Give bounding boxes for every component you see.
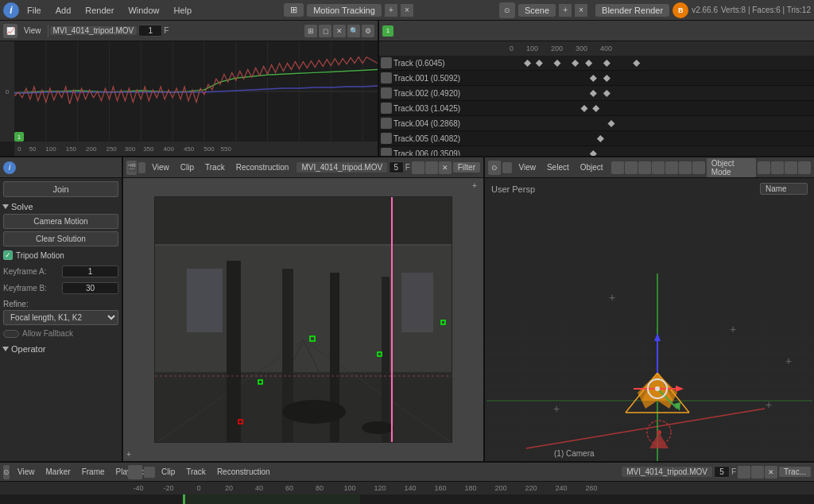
graph-type-icon[interactable]: 📈 [3,24,17,38]
btm-timeline-type-icon[interactable] [128,465,142,479]
operator-section-header[interactable]: Operator [3,342,118,356]
scene-type-icon[interactable]: ⊙ [499,2,515,18]
solve-section-header[interactable]: Solve [3,200,118,214]
viewport-icon-7[interactable] [692,161,705,174]
btm-file-btn[interactable]: MVI_4014_tripod.MOV [622,467,712,477]
clip-icon-2[interactable] [425,161,438,174]
vp-extra-2[interactable] [771,161,784,174]
render-engine-selector[interactable]: Blender Render [595,4,669,17]
viewport-name-field[interactable]: Name [760,183,808,195]
track-row-2[interactable]: Track.002 (0.4920) [379,86,814,101]
viewport-canvas[interactable]: User Persp [485,178,814,461]
object-mode-selector[interactable]: Object Mode [707,158,756,177]
scene-add-btn[interactable]: + [559,4,572,17]
render-engine-name: Blender Render [602,6,663,15]
track-row-5[interactable]: Track.005 (0.4082) [379,131,814,146]
btm-f-label: F [731,467,736,476]
menu-file[interactable]: File [21,4,48,17]
add-panel-btn[interactable]: + [385,4,397,17]
btm-icon-x[interactable]: ✕ [765,466,777,479]
btm-reconstruction-btn[interactable]: Reconstruction [212,467,275,477]
viewport-object-btn[interactable]: Object [576,162,608,173]
clip-frame-input[interactable]: 5 [389,161,404,173]
track-menu-btn[interactable]: Track [200,162,230,173]
btm-frame-num[interactable]: 5 [714,466,730,478]
window-type-selector[interactable]: ⊞ [284,3,304,17]
corner-resize-handle[interactable]: + [472,181,480,189]
clip-file-btn[interactable]: MVI_4014_tripod.MOV [297,162,387,173]
graph-icon-4[interactable]: 🔍 [347,25,360,37]
graph-icon-1[interactable]: ⊞ [304,25,317,37]
vp-extra-3[interactable] [785,161,797,174]
filter-btn[interactable]: Filter [453,162,480,173]
clip-type-icon[interactable]: 🎬 [126,161,137,175]
blender-info-icon[interactable]: i [3,2,19,18]
reconstruction-btn[interactable]: Reconstruction [231,162,294,173]
btm-track-btn[interactable]: Track [181,467,211,477]
btm-icon-1[interactable] [738,466,750,479]
playhead[interactable] [183,494,185,504]
btm-frame-btn[interactable]: Frame [77,467,110,477]
viewport-icon-3[interactable] [638,161,651,174]
left-sidebar: i Join Solve Camera Motion Clear Solutio… [0,157,123,461]
btm-icon-2[interactable] [751,466,764,479]
clip-sync-icon[interactable] [138,162,146,173]
sidebar-content: Join Solve Camera Motion Clear Solution … [0,178,122,461]
track-icon-2 [381,87,392,99]
sidebar-info-icon[interactable]: i [3,161,16,174]
track-row-6[interactable]: Track.006 (0.3509) [379,146,814,156]
graph-frame-input[interactable]: 1 [138,25,162,37]
refine-select[interactable]: Focal length, K1, K2 [3,310,118,325]
viewport-icon-6[interactable] [679,161,692,174]
menu-help[interactable]: Help [168,4,199,17]
btm-clip-btn[interactable]: Clip [157,467,180,477]
menu-add[interactable]: Add [49,4,78,17]
track-row-1[interactable]: Track.001 (0.5092) [379,71,814,86]
keyframe-a-input[interactable]: 1 [62,266,118,277]
clip-and-3d: 🎬 View Clip Track Reconstruction MVI_401… [123,157,814,461]
menu-window[interactable]: Window [122,4,165,17]
scene-selector[interactable]: Scene [518,4,556,17]
graph-icon-2[interactable]: ◻ [319,25,331,37]
graph-icon-5[interactable]: ⚙ [362,25,374,37]
corner-resize-handle-br[interactable]: + [126,450,134,458]
btm-marker-btn[interactable]: Marker [41,467,76,477]
operator-label: Operator [11,344,45,354]
clear-solution-button[interactable]: Clear Solution [3,231,118,246]
btm-track-abbr[interactable]: Trac... [779,467,811,477]
clip-btn[interactable]: Clip [176,162,199,173]
btm-view-btn[interactable]: View [13,467,40,477]
viewport-icon-1[interactable] [611,161,624,174]
close-panel-btn[interactable]: × [401,4,413,17]
viewport-view-btn[interactable]: View [514,162,541,173]
btm-timeline-sync-icon[interactable] [144,467,155,478]
svg-point-90 [657,430,661,435]
camera-motion-button[interactable]: Camera Motion [3,214,118,229]
track-row-0[interactable]: Track (0.6045) [379,56,814,71]
timeline-body[interactable] [0,494,814,504]
tracks-content: 0 100 200 300 400 Track (0.6045) [379,41,814,156]
clip-icon-x[interactable]: ✕ [439,161,452,174]
btm-type-icon[interactable]: ⊙ [3,465,10,479]
viewport-icon-4[interactable] [652,161,665,174]
track-row-3[interactable]: Track.003 (1.0425) [379,101,814,116]
scene-close-btn[interactable]: × [575,4,587,17]
viewport-type-icon[interactable]: ⊙ [488,161,501,175]
vp-extra-4[interactable] [798,161,811,174]
menu-render[interactable]: Render [79,4,120,17]
graph-icon-3[interactable]: ✕ [333,25,346,37]
graph-view-btn[interactable]: View [19,25,46,36]
viewport-sync-icon[interactable] [502,162,512,173]
keyframe-b-input[interactable]: 30 [62,282,118,294]
viewport-icon-5[interactable] [665,161,678,174]
clip-view-btn[interactable]: View [147,162,174,173]
viewport-icon-2[interactable] [625,161,638,174]
vp-extra-1[interactable] [758,161,770,174]
join-button[interactable]: Join [3,181,118,197]
svg-text:+: + [730,323,736,335]
track-row-4[interactable]: Track.004 (0.2868) [379,116,814,131]
clip-icon-1[interactable] [412,161,424,174]
allow-fallback-toggle[interactable] [3,330,19,338]
viewport-select-btn[interactable]: Select [542,162,574,173]
tripod-checkbox[interactable]: ✓ [3,250,13,260]
